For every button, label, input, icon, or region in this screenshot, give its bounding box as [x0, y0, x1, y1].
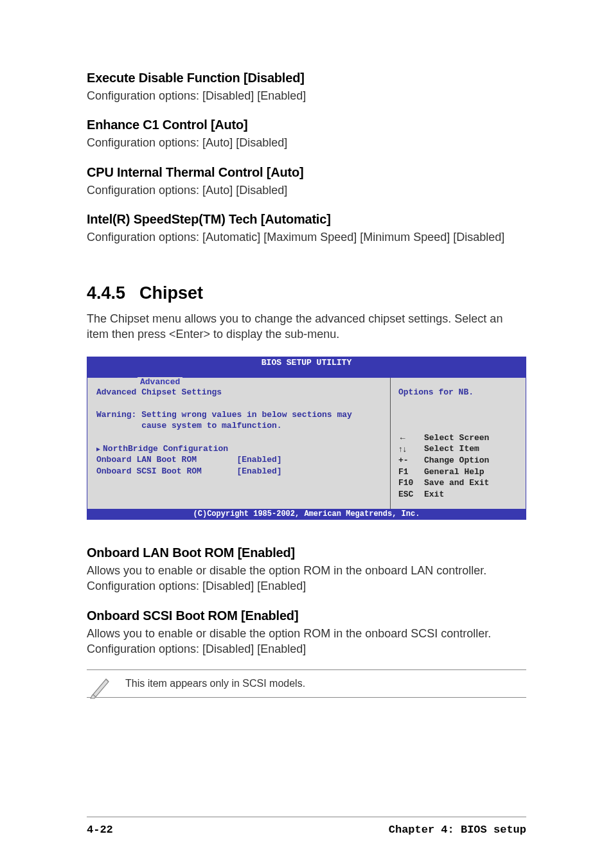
bios-tab-row: Advanced — [87, 368, 526, 378]
bios-title: BIOS SETUP UTILITY — [87, 357, 526, 368]
heading-cpu-thermal: CPU Internal Thermal Control [Auto] — [87, 165, 526, 180]
bios-item-northbridge[interactable]: NorthBridge Configuration — [96, 443, 381, 455]
heading-enhance-c1: Enhance C1 Control [Auto] — [87, 118, 526, 132]
nav-val-change-option: Change Option — [424, 455, 489, 466]
bios-screenshot: BIOS SETUP UTILITY Advanced Advanced Chi… — [87, 357, 526, 520]
page-number: 4-22 — [87, 824, 113, 836]
nav-val-exit: Exit — [424, 489, 444, 500]
heading-execute-disable: Execute Disable Function [Disabled] — [87, 71, 526, 85]
bios-copyright: (C)Copyright 1985-2002, American Megatre… — [87, 509, 526, 519]
bios-nav-help: ←Select Screen ↑↓Select Item +-Change Op… — [398, 432, 489, 500]
nav-val-general-help: General Help — [424, 466, 484, 478]
chapter-title: Chipset — [139, 283, 203, 303]
heading-speedstep: Intel(R) SpeedStep(TM) Tech [Automatic] — [87, 212, 526, 227]
text-onboard-lan: Allows you to enable or disable the opti… — [87, 563, 526, 594]
text-enhance-c1: Configuration options: [Auto] [Disabled] — [87, 135, 526, 150]
triangle-right-icon — [96, 444, 103, 454]
pencil-icon — [87, 673, 115, 701]
bios-main-panel: Advanced Chipset Settings Warning: Setti… — [87, 378, 391, 509]
note-box: This item appears only in SCSI models. — [87, 669, 526, 698]
bios-heading: Advanced Chipset Settings — [96, 387, 381, 398]
bios-tab-advanced[interactable]: Advanced — [138, 377, 182, 387]
bios-warning-2: cause system to malfunction. — [96, 420, 381, 432]
note-text: This item appears only in SCSI models. — [125, 678, 305, 689]
nav-key-left: ← — [398, 432, 424, 444]
bios-body: Advanced Chipset Settings Warning: Setti… — [87, 378, 526, 509]
bios-side-heading: Options for NB. — [398, 387, 518, 398]
nav-val-select-screen: Select Screen — [424, 432, 489, 444]
heading-onboard-lan: Onboard LAN Boot ROM [Enabled] — [87, 545, 526, 560]
nav-key-f10: F10 — [398, 477, 424, 489]
nav-val-select-item: Select Item — [424, 443, 479, 455]
text-onboard-scsi: Allows you to enable or disable the opti… — [87, 626, 526, 657]
bios-item-northbridge-label: NorthBridge Configuration — [103, 444, 228, 454]
text-execute-disable: Configuration options: [Disabled] [Enabl… — [87, 88, 526, 103]
bios-item-lan[interactable]: Onboard LAN Boot ROM [Enabled] — [96, 454, 381, 466]
spacer — [96, 432, 381, 443]
chapter-heading: 4.4.5Chipset — [87, 283, 526, 303]
bios-side-panel: Options for NB. ←Select Screen ↑↓Select … — [391, 378, 526, 509]
nav-key-f1: F1 — [398, 466, 424, 478]
bios-item-scsi[interactable]: Onboard SCSI Boot ROM [Enabled] — [96, 466, 381, 477]
spacer — [96, 398, 381, 409]
chapter-label: Chapter 4: BIOS setup — [389, 824, 526, 836]
text-cpu-thermal: Configuration options: [Auto] [Disabled] — [87, 182, 526, 198]
chapter-intro: The Chipset menu allows you to change th… — [87, 311, 526, 342]
chapter-number: 4.4.5 — [87, 283, 125, 303]
bios-item-scsi-value: [Enabled] — [236, 466, 281, 476]
heading-onboard-scsi: Onboard SCSI Boot ROM [Enabled] — [87, 608, 526, 623]
text-speedstep: Configuration options: [Automatic] [Maxi… — [87, 229, 526, 245]
nav-key-updown: ↑↓ — [398, 443, 424, 455]
bios-item-lan-value: [Enabled] — [236, 455, 281, 465]
bios-item-scsi-label: Onboard SCSI Boot ROM — [96, 466, 202, 476]
nav-key-esc: ESC — [398, 489, 424, 500]
bios-item-lan-label: Onboard LAN Boot ROM — [96, 455, 197, 465]
bios-warning-1: Warning: Setting wrong values in below s… — [96, 409, 381, 421]
nav-key-plusminus: +- — [398, 455, 424, 466]
nav-val-save-exit: Save and Exit — [424, 477, 489, 489]
page-footer: 4-22 Chapter 4: BIOS setup — [87, 817, 526, 836]
